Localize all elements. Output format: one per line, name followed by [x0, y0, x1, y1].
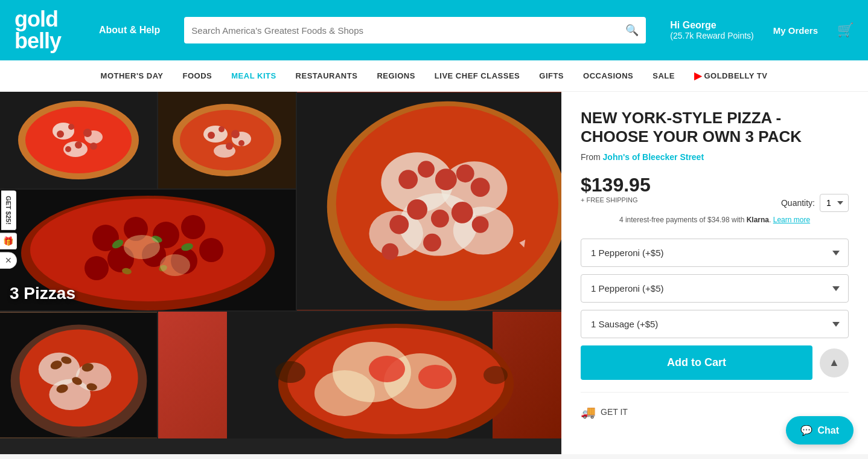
svg-point-54: [85, 256, 109, 280]
svg-point-38: [452, 202, 473, 223]
nav-item-occasions[interactable]: OCCASIONS: [583, 71, 633, 80]
nav-item-goldbelly-tv[interactable]: ▶ GOLDBELLY TV: [694, 70, 767, 82]
nav-item-mothers-day[interactable]: MOTHER'S DAY: [101, 71, 164, 80]
goldbelly-tv-label: GOLDBELLY TV: [704, 71, 767, 80]
pizza-dropdown-3[interactable]: 1 Sausage (+$5) 1 Pepperoni (+$5) 1 Marg…: [581, 310, 849, 338]
delivery-icon: 🚚: [581, 405, 596, 419]
cart-icon[interactable]: 🛒: [837, 22, 854, 38]
svg-point-18: [208, 132, 215, 139]
svg-point-50: [181, 215, 205, 239]
free-shipping-label: + FREE SHIPPING: [581, 196, 651, 204]
svg-point-32: [418, 161, 435, 178]
svg-point-39: [472, 216, 489, 233]
product-price: $139.95: [581, 174, 651, 196]
chevron-up-icon: ▲: [829, 356, 840, 369]
product-image-large[interactable]: [297, 92, 561, 310]
klarna-brand: Klarna: [747, 216, 769, 224]
referral-close-button[interactable]: ✕: [0, 252, 17, 269]
product-image-top-mid[interactable]: [158, 92, 296, 188]
search-icon: 🔍: [625, 24, 639, 36]
divider: [581, 392, 849, 393]
product-image-top-left[interactable]: [0, 92, 157, 188]
product-from: From John's of Bleecker Street: [581, 152, 849, 162]
main-nav: MOTHER'S DAY FOODS MEAL KITS RESTAURANTS…: [0, 60, 868, 92]
klarna-learn-more-link[interactable]: Learn more: [773, 216, 810, 224]
scroll-top-button[interactable]: ▲: [820, 348, 849, 377]
svg-point-79: [483, 366, 508, 384]
quantity-select[interactable]: 1 2 3 4 5: [820, 194, 849, 212]
site-header: GOLD BeLLy About & Help 🔍 Hi George (25.…: [0, 0, 868, 60]
svg-point-14: [180, 110, 274, 170]
svg-point-61: [124, 235, 160, 259]
search-input[interactable]: [191, 25, 625, 36]
referral-icon[interactable]: 🎁: [0, 233, 17, 249]
klarna-info: 4 interest-free payments of $34.98 with …: [581, 216, 849, 224]
svg-point-42: [423, 234, 441, 252]
about-help-link[interactable]: About & Help: [99, 25, 160, 36]
search-bar: 🔍: [184, 17, 646, 43]
svg-point-37: [431, 210, 449, 228]
svg-point-31: [398, 170, 418, 189]
svg-point-68: [49, 379, 91, 410]
product-title: NEW YORK-STYLE PIZZA - CHOOSE YOUR OWN 3…: [581, 109, 849, 146]
header-right: Hi George (25.7k Reward Points) My Order…: [670, 20, 854, 40]
chat-label: Chat: [817, 425, 839, 436]
my-orders-link[interactable]: My Orders: [773, 25, 818, 36]
quantity-label: Quantity:: [781, 198, 815, 208]
referral-tab[interactable]: GET $25!: [1, 190, 16, 230]
nav-item-meal-kits[interactable]: MEAL KITS: [231, 71, 276, 80]
nav-item-foods[interactable]: FOODS: [183, 71, 212, 80]
chat-icon: 💬: [800, 425, 812, 436]
shop-link[interactable]: John's of Bleecker Street: [603, 152, 704, 162]
nav-item-restaurants[interactable]: RESTAURANTS: [296, 71, 358, 80]
pizza-dropdown-2[interactable]: 1 Pepperoni (+$5) 1 Margherita 1 Sausage…: [581, 274, 849, 303]
user-greeting: Hi George (25.7k Reward Points): [670, 20, 754, 40]
svg-point-78: [275, 361, 305, 383]
cart-row: Add to Cart ▲: [581, 345, 849, 380]
svg-point-36: [407, 199, 427, 220]
product-image-mid-wide[interactable]: 3 Pizzas: [0, 190, 296, 310]
svg-point-22: [238, 140, 244, 146]
chat-button[interactable]: 💬 Chat: [786, 416, 854, 445]
main-content: 3 Pizzas: [0, 92, 868, 454]
svg-point-55: [199, 238, 223, 262]
svg-point-11: [90, 143, 97, 150]
price-row: $139.95 + FREE SHIPPING Quantity: 1 2 3 …: [581, 174, 849, 212]
svg-point-6: [57, 130, 64, 138]
svg-point-8: [83, 129, 92, 137]
product-image-bot-left[interactable]: [0, 312, 157, 438]
svg-point-7: [68, 124, 74, 130]
nav-item-regions[interactable]: REGIONS: [377, 71, 415, 80]
product-image-grid: 3 Pizzas: [0, 92, 561, 454]
play-icon: ▶: [694, 70, 702, 82]
svg-point-33: [435, 169, 457, 190]
svg-point-9: [75, 141, 82, 149]
svg-point-35: [471, 178, 490, 197]
search-button[interactable]: 🔍: [625, 24, 639, 37]
pizza-count-label: 3 Pizzas: [10, 284, 75, 303]
site-logo[interactable]: GOLD BeLLy: [14, 8, 75, 52]
svg-point-84: [418, 365, 452, 389]
svg-point-34: [456, 164, 474, 182]
svg-point-2: [25, 107, 132, 173]
svg-point-19: [219, 126, 225, 132]
pizza-dropdown-1[interactable]: 1 Pepperoni (+$5) 1 Margherita 1 Sausage…: [581, 239, 849, 267]
svg-point-41: [381, 243, 398, 260]
svg-point-21: [226, 143, 233, 150]
reward-points: (25.7k Reward Points): [670, 31, 754, 40]
product-panel: NEW YORK-STYLE PIZZA - CHOOSE YOUR OWN 3…: [561, 92, 868, 454]
product-image-bot-right[interactable]: [158, 312, 561, 438]
nav-item-gifts[interactable]: GIFTS: [539, 71, 564, 80]
svg-point-62: [160, 254, 190, 276]
svg-point-20: [231, 130, 240, 138]
greeting-name: Hi George: [670, 20, 754, 31]
nav-item-live-chef-classes[interactable]: LIVE CHEF CLASSES: [435, 71, 520, 80]
nav-item-sale[interactable]: SALE: [653, 71, 675, 80]
add-to-cart-button[interactable]: Add to Cart: [581, 345, 812, 380]
get-it-label: GET IT: [601, 407, 628, 417]
svg-point-10: [65, 146, 71, 152]
referral-sidebar: GET $25! 🎁 ✕: [0, 190, 17, 269]
quantity-group: Quantity: 1 2 3 4 5: [781, 194, 849, 212]
svg-point-40: [389, 215, 409, 234]
svg-point-82: [314, 370, 375, 416]
